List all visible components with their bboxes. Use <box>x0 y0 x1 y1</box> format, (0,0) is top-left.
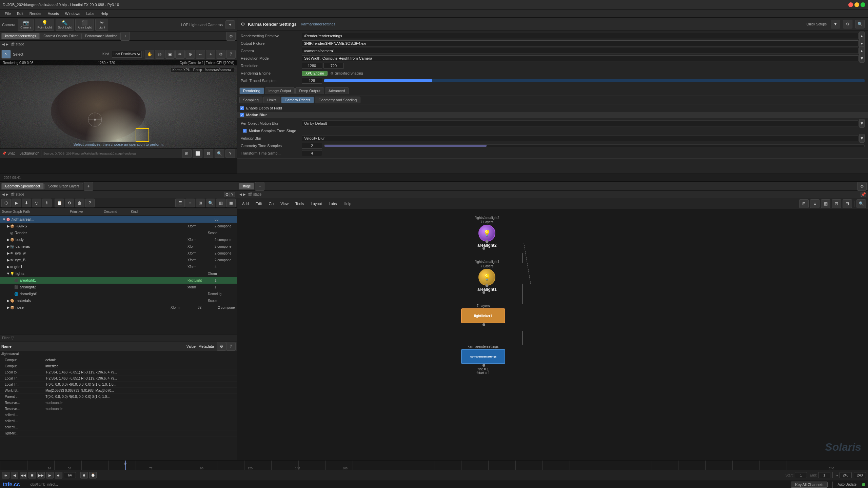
add-node-btn[interactable]: + <box>225 20 235 29</box>
ng-menu-go[interactable]: Go <box>266 201 277 206</box>
tree-item-grid1[interactable]: ▶ ⊞ grid1 Xform 4 <box>0 263 237 270</box>
tool-snap[interactable]: ✋ <box>145 50 154 59</box>
karma-settings-btn[interactable]: ⚙ <box>843 20 852 28</box>
go-to-start-btn[interactable]: ⏮ <box>2 472 9 479</box>
sg-tool3[interactable]: ⬇ <box>22 199 31 207</box>
tab-limits[interactable]: Limits <box>263 97 280 103</box>
sg-view-btn[interactable]: ☰ <box>175 199 185 207</box>
stop-btn[interactable]: ⏹ <box>28 472 36 479</box>
menu-edit[interactable]: Edit <box>14 11 26 16</box>
minimize-button[interactable] <box>854 2 859 7</box>
resolution-height-input[interactable] <box>323 63 344 69</box>
tree-item-body[interactable]: ▶ 📦 body Xform 2 compone <box>0 236 237 243</box>
tool-5[interactable]: ⊕ <box>185 50 195 59</box>
sg-list-btn[interactable]: ≡ <box>185 199 195 207</box>
prop-item-parent-t[interactable]: Parent t... T(0.0, 0.0, 0.0) R(0.0, 0.0,… <box>0 394 237 400</box>
tab-geometry-spreadsheet[interactable]: Geometry Spreadsheet <box>1 183 44 189</box>
ng-view4[interactable]: ⊡ <box>832 199 841 208</box>
ng-menu-add[interactable]: Add <box>239 201 252 206</box>
spot-light-btn[interactable]: 🔦 Spot Light <box>56 19 74 31</box>
tab-geometry-shading[interactable]: Geometry and Shading <box>315 97 360 103</box>
karma-node[interactable]: karmarendersettings <box>461 349 505 364</box>
menu-assets[interactable]: Assets <box>45 11 62 16</box>
ng-menu-labs[interactable]: Labs <box>326 201 340 206</box>
sg-expand-btn[interactable]: ▦ <box>226 199 236 207</box>
ng-menu-help[interactable]: Help <box>341 201 354 206</box>
prop-item-local-to[interactable]: Local to... T(2.584, 1.468, -8.851) R(-3… <box>0 369 237 375</box>
sg-settings-btn[interactable]: ⚙ <box>224 192 230 197</box>
help-btn[interactable]: ? <box>226 50 236 59</box>
velocity-dropdown[interactable]: ▼ <box>859 134 865 143</box>
tree-item-render[interactable]: ◎ Render Scope <box>0 229 237 236</box>
geometry-time-input[interactable] <box>302 143 322 149</box>
add-ng-tab-btn[interactable]: + <box>255 182 264 191</box>
prop-item-local-tr2[interactable]: Local Tr... T(0.0, 0.0, 0.0) R(0.0, 0.0,… <box>0 382 237 388</box>
timeline-bar[interactable]: 24 34 64 72 96 120 148 168 240 <box>0 461 868 470</box>
play-back-btn[interactable]: ◀◀ <box>20 472 27 479</box>
prop-item-world-b[interactable]: World B... Min[2.05693 0.068733 -9.01983… <box>0 388 237 394</box>
ng-menu-view[interactable]: View <box>278 201 291 206</box>
ng-search-btn[interactable]: 🔍 <box>856 199 866 208</box>
settings-btn[interactable]: ⚙ <box>216 50 225 59</box>
tree-item-eye-b[interactable]: ▶ 👁 eye_B Xform 2 compone <box>0 257 237 263</box>
ng-settings-btn[interactable]: ⚙ <box>857 182 867 191</box>
tab-rendering[interactable]: Rendering <box>239 87 264 94</box>
per-object-dropdown[interactable]: ▼ <box>859 119 865 128</box>
range-start-input[interactable] <box>840 472 852 478</box>
view-single-btn[interactable]: ⬜ <box>193 149 202 158</box>
tab-advanced[interactable]: Advanced <box>325 87 349 94</box>
tool-2[interactable]: ◎ <box>155 50 164 59</box>
prop-item-comput1[interactable]: Comput... default <box>0 357 237 363</box>
tab-stage-ng[interactable]: stage <box>239 183 254 189</box>
frame-start-input[interactable] <box>795 472 807 478</box>
sg-col-btn[interactable]: ⊞ <box>196 199 205 207</box>
motion-samples-checkbox[interactable]: ✓ <box>243 129 247 133</box>
tab-context-options-editor[interactable]: Context Options Editor <box>40 33 81 39</box>
tree-item-arealight2[interactable]: ⬛ arealight2 xform 1 <box>0 284 237 290</box>
select-tool-btn[interactable]: ↖ <box>1 50 11 59</box>
sg-tool9[interactable]: ? <box>85 199 95 207</box>
realtime-btn[interactable]: ⌚ <box>89 472 97 479</box>
tree-item-nose[interactable]: ▶ 📦 nose Xform 32 2 compone <box>0 304 237 311</box>
ng-menu-layout[interactable]: Layout <box>308 201 325 206</box>
go-to-end-btn[interactable]: ⏭ <box>55 472 62 479</box>
tool-6[interactable]: ↔ <box>196 50 205 59</box>
prop-item-collecti1[interactable]: collecti... <box>0 412 237 418</box>
tab-image-output[interactable]: Image Output <box>265 87 295 94</box>
prop-item-local-tr[interactable]: Local Tr... T(2.584, 1.468, -8.851) R(-3… <box>0 375 237 382</box>
frame-end-input[interactable] <box>818 472 830 478</box>
transform-time-input[interactable] <box>302 150 322 156</box>
sg-tool4[interactable]: ⭮ <box>32 199 41 207</box>
lightlinker1-node[interactable]: lightlinker1 <box>461 308 505 323</box>
tree-item-lights-areal[interactable]: ▼ 🎯 /lights/areal... 56 <box>0 216 237 223</box>
tree-item-domelight1[interactable]: 🌐 domelight1 DomeLig <box>0 290 237 297</box>
sg-tool8[interactable]: 🗑 <box>75 199 84 207</box>
tab-karmarendersettings[interactable]: karmarendersettings <box>1 33 40 39</box>
view-grid2-btn[interactable]: ⊟ <box>204 149 213 158</box>
prop-item-collecti2[interactable]: collecti... <box>0 418 237 424</box>
zoom-btn[interactable]: 🔍 <box>215 149 224 158</box>
primitive-kind-select[interactable]: Leaf Primitives <box>112 51 142 58</box>
props-settings-btn[interactable]: ⚙ <box>217 342 226 351</box>
ng-view3[interactable]: ▦ <box>821 199 830 208</box>
props-help-btn[interactable]: ? <box>226 342 236 351</box>
viewport-help-btn[interactable]: ? <box>225 149 235 158</box>
point-light-btn[interactable]: 💡 Point Light <box>35 19 54 31</box>
menu-labs[interactable]: Labs <box>83 11 97 16</box>
play-fwd-btn[interactable]: ▶▶ <box>37 472 45 479</box>
key-all-channels-btn[interactable]: Key All Channels <box>791 482 828 488</box>
ng-view5[interactable]: ⊟ <box>843 199 852 208</box>
prop-item-comput2[interactable]: Comput... inherited <box>0 363 237 369</box>
ng-view2[interactable]: ≡ <box>810 199 820 208</box>
xpu-engine-btn[interactable]: XPU Engine <box>302 71 328 76</box>
arealight1-node[interactable]: 💡 <box>478 269 495 286</box>
sg-help-btn[interactable]: ? <box>230 192 235 197</box>
maximize-button[interactable] <box>861 2 865 7</box>
tree-item-arealight1[interactable]: ⬛ arealight1 RectLight 1 <box>0 277 237 284</box>
tab-performance-monitor[interactable]: Performance Monitor <box>81 33 120 39</box>
viewport-settings-btn[interactable]: ⚙ <box>226 32 236 41</box>
prop-item-resolve1[interactable]: Resolve... <unbound> <box>0 400 237 406</box>
area-light-btn[interactable]: ⬛ Area Light <box>75 19 94 31</box>
menu-file[interactable]: File <box>2 11 14 16</box>
arealight2-node[interactable]: 💡 <box>478 225 495 242</box>
